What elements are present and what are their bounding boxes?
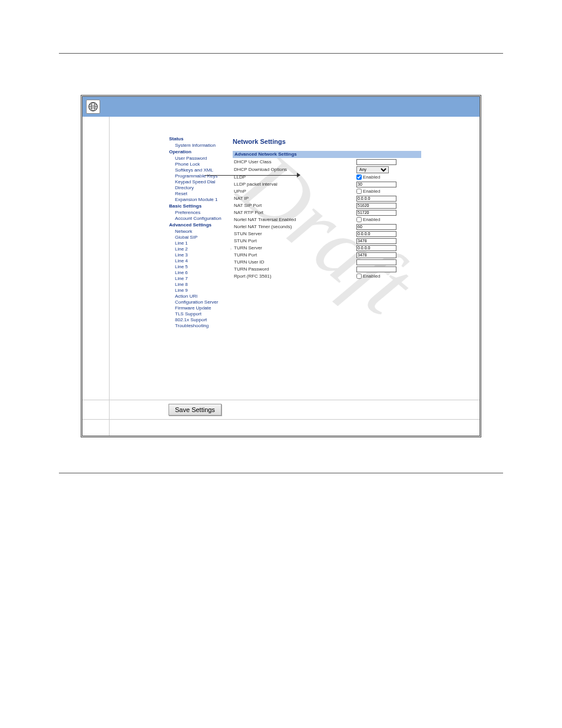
field-row: NAT SIP Port [233, 202, 421, 209]
field-row: Nortel NAT Traversal EnabledEnabled [233, 216, 421, 223]
nav-link[interactable]: Softkeys and XML [169, 167, 229, 173]
nav-link[interactable]: Line 8 [169, 282, 229, 288]
nav-link[interactable]: Reset [169, 191, 229, 197]
field-row: TURN User ID [233, 259, 421, 266]
text-input[interactable] [356, 182, 396, 187]
text-input[interactable] [356, 266, 396, 272]
banner-bar [82, 97, 480, 117]
checkbox-input[interactable] [356, 189, 362, 194]
globe-icon [86, 100, 100, 114]
nav-link[interactable]: Phone Lock [169, 162, 229, 167]
field-label: TURN Password [233, 266, 356, 272]
nav-section-header: Operation [169, 149, 229, 156]
nav-section-header: Advanced Settings [169, 222, 229, 229]
nav-section-header: Status [169, 136, 229, 143]
field-label: NAT RTP Port [233, 210, 356, 216]
field-label: DHCP Download Options [233, 167, 356, 173]
nav-link[interactable]: Line 5 [169, 264, 229, 270]
nav-section-header: Basic Settings [169, 203, 229, 210]
text-input[interactable] [356, 252, 396, 258]
nav-link[interactable]: Keypad Speed Dial [169, 179, 229, 185]
field-row: Nortel NAT Timer (seconds) [233, 223, 421, 230]
field-label: NAT SIP Port [233, 203, 356, 209]
nav-link[interactable]: Line 9 [169, 288, 229, 294]
field-label: TURN Port [233, 252, 356, 258]
field-row: TURN Server [233, 245, 421, 252]
field-label: STUN Server [233, 231, 356, 237]
field-label: NAT IP [233, 196, 356, 202]
nav-link[interactable]: Line 6 [169, 270, 229, 276]
sidebar-nav: StatusSystem InformationOperationUser Pa… [168, 134, 230, 330]
nav-link[interactable]: Network [169, 229, 229, 235]
field-row: TURN Port [233, 252, 421, 259]
save-settings-button[interactable]: Save Settings [168, 404, 222, 416]
config-panel: StatusSystem InformationOperationUser Pa… [168, 134, 421, 330]
field-row: STUN Port [233, 238, 421, 245]
field-row: DHCP User Class [233, 159, 421, 166]
text-input[interactable] [356, 224, 396, 230]
nav-link[interactable]: Configuration Server [169, 299, 229, 305]
nav-link[interactable]: Line 7 [169, 276, 229, 282]
nav-link[interactable]: Expansion Module 1 [169, 197, 229, 203]
checkbox-label: Enabled [363, 274, 380, 279]
nav-link[interactable]: Firmware Update [169, 305, 229, 311]
field-row: UPnPEnabled [233, 188, 421, 195]
page-title: Network Settings [233, 134, 421, 151]
nav-link[interactable]: Line 3 [169, 252, 229, 258]
checkbox-input[interactable] [356, 217, 362, 222]
nav-link[interactable]: Action URI [169, 294, 229, 299]
arrow-head-icon [297, 173, 300, 177]
select-input[interactable]: Any [356, 166, 389, 173]
text-input[interactable] [356, 231, 396, 237]
text-input[interactable] [356, 210, 396, 216]
field-row: Rport (RFC 3581)Enabled [233, 273, 421, 280]
nav-link[interactable]: Line 2 [169, 246, 229, 252]
field-row: STUN Server [233, 230, 421, 238]
nav-link[interactable]: Line 4 [169, 258, 229, 264]
text-input[interactable] [356, 245, 396, 251]
nav-link[interactable]: Account Configuration [169, 216, 229, 222]
field-label: UPnP [233, 189, 356, 195]
web-ui-frame: Draft 1 StatusSystem InformationOperatio… [81, 95, 481, 437]
text-input[interactable] [356, 159, 396, 165]
checkbox-input[interactable] [356, 174, 362, 180]
field-label: TURN Server [233, 245, 356, 251]
nav-link[interactable]: User Password [169, 156, 229, 162]
section-header: Advanced Network Settings [233, 151, 421, 158]
checkbox-label: Enabled [363, 217, 380, 223]
text-input[interactable] [356, 259, 396, 265]
nav-link[interactable]: Preferences [169, 210, 229, 216]
field-row: NAT IP [233, 195, 421, 202]
nav-link[interactable]: Line 1 [169, 241, 229, 246]
field-row: LLDP packet interval [233, 181, 421, 188]
text-input[interactable] [356, 196, 396, 202]
nav-link[interactable]: Global SIP [169, 235, 229, 241]
nav-link[interactable]: Troubleshooting [169, 323, 229, 329]
nav-link[interactable]: TLS Support [169, 311, 229, 317]
field-label: DHCP User Class [233, 159, 356, 165]
field-label: Nortel NAT Traversal Enabled [233, 217, 356, 223]
field-label: Nortel NAT Timer (seconds) [233, 224, 356, 230]
field-row: NAT RTP Port [233, 209, 421, 216]
text-input[interactable] [356, 238, 396, 244]
left-gutter [82, 117, 110, 400]
arrow-pointer [205, 175, 298, 176]
field-label: Rport (RFC 3581) [233, 274, 356, 279]
checkbox-label: Enabled [363, 189, 380, 195]
field-label: STUN Port [233, 238, 356, 244]
checkbox-input[interactable] [356, 274, 362, 279]
main-panel: Network Settings Advanced Network Settin… [230, 134, 421, 330]
nav-link[interactable]: Programmable Keys [169, 173, 229, 179]
checkbox-label: Enabled [363, 174, 380, 180]
field-row: DHCP Download OptionsAny [233, 166, 421, 174]
nav-link[interactable]: 802.1x Support [169, 317, 229, 323]
field-label: TURN User ID [233, 259, 356, 265]
nav-link[interactable]: System Information [169, 143, 229, 149]
text-input[interactable] [356, 203, 396, 209]
field-label: LLDP packet interval [233, 182, 356, 187]
field-row: TURN Password [233, 266, 421, 273]
nav-link[interactable]: Directory [169, 185, 229, 191]
